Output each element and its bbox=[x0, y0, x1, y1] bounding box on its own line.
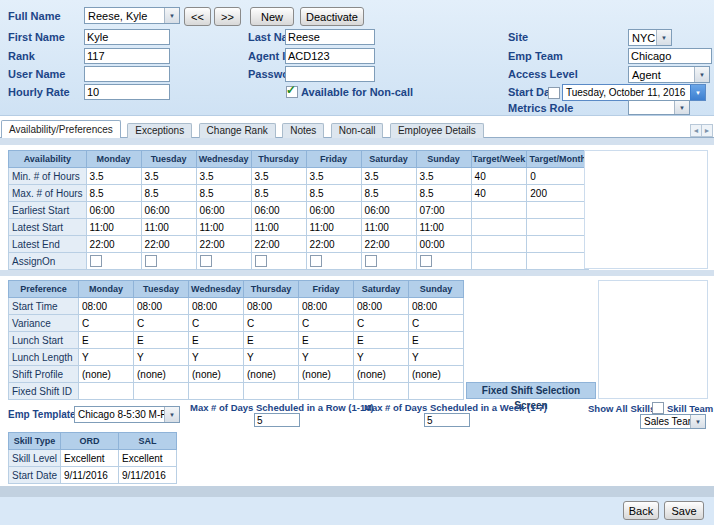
back-button[interactable]: Back bbox=[623, 501, 659, 520]
cell[interactable] bbox=[527, 202, 589, 219]
fixed-shift-selection-button[interactable]: Fixed Shift Selection Screen bbox=[466, 382, 596, 399]
cell[interactable]: Y bbox=[354, 349, 409, 366]
cell[interactable]: 40 bbox=[471, 185, 527, 202]
cell[interactable]: (none) bbox=[79, 366, 134, 383]
cell[interactable]: 22:00 bbox=[86, 236, 141, 253]
cell[interactable]: Excellent bbox=[61, 450, 119, 467]
cell[interactable]: 9/11/2016 bbox=[119, 467, 177, 484]
full-name-select[interactable]: Reese, Kyle bbox=[84, 7, 180, 24]
cell[interactable]: (none) bbox=[244, 366, 299, 383]
cell[interactable]: 40 bbox=[471, 168, 527, 185]
cell[interactable] bbox=[527, 219, 589, 236]
cell[interactable]: 8.5 bbox=[141, 185, 196, 202]
cell[interactable]: 11:00 bbox=[306, 219, 361, 236]
cell[interactable]: 3.5 bbox=[306, 168, 361, 185]
cell[interactable]: E bbox=[409, 332, 464, 349]
start-date-picker[interactable]: Tuesday, October 11, 2016 bbox=[562, 84, 706, 101]
cell[interactable]: 00:00 bbox=[416, 236, 471, 253]
cell[interactable]: 08:00 bbox=[354, 298, 409, 315]
cell[interactable] bbox=[471, 219, 527, 236]
cell[interactable]: (none) bbox=[409, 366, 464, 383]
cell[interactable] bbox=[79, 383, 134, 400]
start-date-checkbox[interactable] bbox=[548, 87, 560, 99]
prev-employee-button[interactable]: << bbox=[184, 7, 211, 26]
cell[interactable]: C bbox=[134, 315, 189, 332]
agent-id-field[interactable] bbox=[285, 48, 375, 64]
next-employee-button[interactable]: >> bbox=[214, 7, 241, 26]
cell[interactable]: C bbox=[299, 315, 354, 332]
cell[interactable]: (none) bbox=[134, 366, 189, 383]
cell[interactable]: 08:00 bbox=[134, 298, 189, 315]
cell[interactable]: Y bbox=[134, 349, 189, 366]
cell[interactable]: 8.5 bbox=[361, 185, 416, 202]
cell[interactable]: Y bbox=[189, 349, 244, 366]
cell[interactable]: C bbox=[189, 315, 244, 332]
cell[interactable]: (none) bbox=[299, 366, 354, 383]
assign-on-checkbox[interactable] bbox=[420, 255, 432, 267]
cell[interactable]: 8.5 bbox=[251, 185, 306, 202]
emp-team-field[interactable] bbox=[628, 48, 712, 64]
tab-availability-preferences[interactable]: Availability/Preferences bbox=[1, 120, 121, 138]
cell[interactable]: 22:00 bbox=[251, 236, 306, 253]
assign-on-checkbox[interactable] bbox=[365, 255, 377, 267]
cell[interactable]: 06:00 bbox=[196, 202, 251, 219]
cell[interactable]: (none) bbox=[354, 366, 409, 383]
cell[interactable]: Y bbox=[79, 349, 134, 366]
first-name-field[interactable] bbox=[84, 29, 170, 45]
cell[interactable] bbox=[299, 383, 354, 400]
max-days-week-field[interactable] bbox=[424, 413, 470, 427]
cell[interactable]: C bbox=[79, 315, 134, 332]
cell[interactable]: 11:00 bbox=[251, 219, 306, 236]
tab-notes[interactable]: Notes bbox=[282, 123, 324, 138]
cell[interactable]: Y bbox=[409, 349, 464, 366]
cell[interactable]: E bbox=[244, 332, 299, 349]
cell[interactable]: (none) bbox=[189, 366, 244, 383]
skill-team-select[interactable]: Sales Team bbox=[640, 414, 706, 429]
cell[interactable]: E bbox=[299, 332, 354, 349]
site-select[interactable]: NYC bbox=[628, 29, 672, 46]
cell[interactable]: 3.5 bbox=[196, 168, 251, 185]
cell[interactable]: 08:00 bbox=[79, 298, 134, 315]
cell[interactable] bbox=[134, 383, 189, 400]
cell[interactable]: 11:00 bbox=[86, 219, 141, 236]
cell[interactable]: 8.5 bbox=[416, 185, 471, 202]
cell[interactable]: Excellent bbox=[119, 450, 177, 467]
cell[interactable]: 0 bbox=[527, 168, 589, 185]
cell[interactable]: 11:00 bbox=[416, 219, 471, 236]
show-all-skills-checkbox[interactable] bbox=[652, 402, 664, 414]
cell[interactable]: 3.5 bbox=[86, 168, 141, 185]
cell[interactable]: E bbox=[134, 332, 189, 349]
cell[interactable]: E bbox=[79, 332, 134, 349]
assign-on-checkbox[interactable] bbox=[310, 255, 322, 267]
cell[interactable]: 22:00 bbox=[141, 236, 196, 253]
cell[interactable]: 22:00 bbox=[306, 236, 361, 253]
cell[interactable]: 11:00 bbox=[361, 219, 416, 236]
cell[interactable]: E bbox=[189, 332, 244, 349]
rank-field[interactable] bbox=[84, 48, 170, 64]
cell[interactable]: 11:00 bbox=[141, 219, 196, 236]
assign-on-checkbox[interactable] bbox=[145, 255, 157, 267]
tab-scroll-right-icon[interactable] bbox=[701, 124, 713, 137]
cell[interactable]: 06:00 bbox=[141, 202, 196, 219]
non-call-checkbox[interactable] bbox=[286, 86, 298, 98]
hourly-rate-field[interactable] bbox=[84, 84, 170, 100]
cell[interactable]: 11:00 bbox=[196, 219, 251, 236]
cell[interactable]: 3.5 bbox=[361, 168, 416, 185]
cell[interactable] bbox=[527, 236, 589, 253]
access-level-select[interactable]: Agent bbox=[628, 66, 710, 83]
cell[interactable]: 200 bbox=[527, 185, 589, 202]
new-button[interactable]: New bbox=[250, 7, 294, 26]
cell[interactable]: 22:00 bbox=[361, 236, 416, 253]
cell[interactable]: 3.5 bbox=[416, 168, 471, 185]
assign-on-checkbox[interactable] bbox=[200, 255, 212, 267]
cell[interactable]: 07:00 bbox=[416, 202, 471, 219]
cell[interactable]: 8.5 bbox=[196, 185, 251, 202]
metrics-role-select[interactable] bbox=[628, 100, 690, 115]
cell[interactable]: C bbox=[354, 315, 409, 332]
cell[interactable] bbox=[244, 383, 299, 400]
cell[interactable]: 06:00 bbox=[86, 202, 141, 219]
password-field[interactable] bbox=[285, 66, 375, 82]
emp-template-select[interactable]: Chicago 8-5:30 M-F bbox=[74, 406, 180, 423]
cell[interactable]: 08:00 bbox=[299, 298, 354, 315]
deactivate-button[interactable]: Deactivate bbox=[300, 7, 364, 26]
